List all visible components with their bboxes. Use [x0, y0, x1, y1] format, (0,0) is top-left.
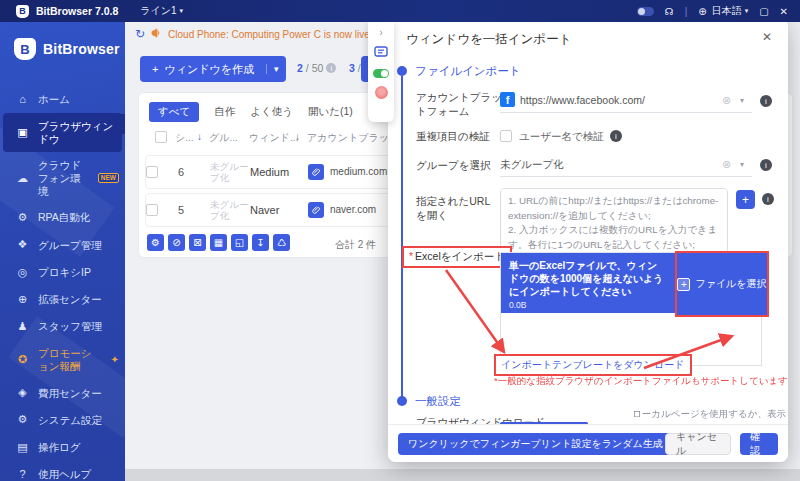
plus-icon: +: [152, 63, 158, 75]
chevron-down-icon: ▾: [180, 7, 184, 15]
excel-upload-area[interactable]: 単一のExcelファイルで、ウィンドウの数を1000個を超えないようにインポート…: [500, 252, 762, 366]
create-window-button[interactable]: +ウィンドウを作成 ▾: [140, 56, 286, 82]
log-icon: ▤: [16, 441, 29, 454]
sidebar-item-cost-center[interactable]: ◈費用センター: [0, 379, 125, 406]
random-fingerprint-button[interactable]: ワンクリックでフィンガープリント設定をランダム生成: [398, 433, 673, 455]
megaphone-icon: [151, 28, 162, 40]
sidebar-item-proxy-ip[interactable]: ◎プロキシIP: [0, 259, 125, 286]
timeline-line: [401, 76, 403, 402]
col-sequence: シ...: [175, 131, 194, 145]
sidebar-item-browser-windows[interactable]: ▣ブラウザウィンドウ: [3, 113, 122, 152]
help-icon: ?: [16, 468, 29, 481]
theme-toggle[interactable]: [637, 7, 654, 16]
extension-icon: ⊕: [16, 293, 29, 306]
tab-frequently-used[interactable]: よく使う: [250, 105, 293, 119]
sidebar-item-extension-center[interactable]: ⊕拡張センター: [0, 286, 125, 313]
cost-center-icon: ◈: [16, 386, 29, 399]
col-group: グル...: [209, 131, 238, 145]
tab-all[interactable]: すべて: [149, 102, 199, 122]
duplicate-check-label: 重複項目の検証: [416, 129, 504, 143]
refresh-icon[interactable]: ↻: [135, 27, 145, 41]
sidebar-item-staff-management[interactable]: ♟スタッフ管理: [0, 313, 125, 340]
bitbrowser-shield-icon: B: [14, 38, 36, 60]
delete-window-icon[interactable]: ♺: [273, 234, 290, 251]
info-icon[interactable]: i: [610, 130, 622, 142]
modal-close-icon[interactable]: ✕: [762, 30, 772, 44]
sidebar-item-rpa[interactable]: ⚙RPA自動化: [0, 204, 125, 231]
select-file-button-annotated[interactable]: +ファイルを選択: [675, 251, 769, 317]
proxy-icon: ◎: [16, 266, 29, 279]
bitbrowser-app: B BitBrowser 7.0.8 ライン1 ▾ ☊ | ⊕ 日本語 ▾ ▢ …: [0, 0, 800, 481]
sort-icon[interactable]: ↓: [295, 131, 300, 142]
clear-icon[interactable]: ⊗: [722, 94, 731, 107]
info-icon[interactable]: i: [326, 63, 336, 73]
platform-link-icon: [308, 202, 324, 218]
sidebar-item-system-settings[interactable]: ⚙システム設定: [0, 406, 125, 433]
modal-title: ウィンドウを一括インポート: [406, 31, 571, 48]
duplicate-window-icon[interactable]: ◱: [231, 234, 248, 251]
create-window-dropdown[interactable]: ▾: [266, 64, 286, 74]
clear-cache-icon[interactable]: ⊘: [168, 234, 185, 251]
required-mark: *: [409, 250, 413, 262]
titlebar: B BitBrowser 7.0.8 ライン1 ▾ ☊ | ⊕ 日本語 ▾ ▢ …: [0, 0, 800, 22]
tab-self-made[interactable]: 自作: [214, 105, 235, 119]
import-windows-modal: ウィンドウを一括インポート ✕ ファイルインポート 一般設定 アカウントプラット…: [388, 18, 788, 462]
sidebar-logo: B BitBrowser: [0, 22, 125, 60]
sidebar-item-home[interactable]: ⌂ホーム: [0, 86, 125, 113]
url-input[interactable]: [500, 188, 728, 256]
chat-icon[interactable]: [374, 46, 388, 61]
green-toggle[interactable]: [373, 69, 389, 78]
group-select-label: グループを選択: [416, 158, 504, 172]
section-general-settings: 一般設定: [415, 394, 461, 409]
timeline-dot: [397, 396, 407, 406]
platform-label: アカウントプラットフォーム: [416, 90, 504, 118]
sort-desc-icon[interactable]: ↓: [197, 131, 202, 142]
home-icon: ⌂: [16, 93, 29, 106]
support-headset-icon[interactable]: ☊: [665, 6, 674, 17]
select-all-checkbox[interactable]: [155, 131, 167, 143]
row-checkbox[interactable]: [146, 166, 158, 178]
username-verify-checkbox[interactable]: [500, 130, 512, 142]
collapse-chevron-icon[interactable]: ›: [379, 26, 383, 38]
download-template-link-annotated[interactable]: インポートテンプレートをダウンロード: [494, 354, 692, 376]
chevron-down-icon[interactable]: ▾: [740, 160, 744, 169]
info-icon[interactable]: i: [760, 159, 772, 171]
info-icon[interactable]: i: [762, 193, 774, 205]
app-title: BitBrowser 7.0.8: [36, 5, 118, 17]
info-icon[interactable]: i: [760, 95, 772, 107]
window-quota: 2 / 50 i: [297, 62, 336, 74]
close-window-button[interactable]: ✕: [780, 6, 788, 17]
sidebar-item-promotion-reward[interactable]: ✪プロモーション報酬✦: [0, 340, 125, 379]
chevron-down-icon[interactable]: ▾: [740, 96, 744, 105]
sidebar-item-group-management[interactable]: ❖グループ管理: [0, 231, 125, 258]
col-window-name: ウィンド...: [249, 131, 298, 145]
sidebar-item-operation-log[interactable]: ▤操作ログ: [0, 434, 125, 461]
group-icon: ❖: [16, 238, 29, 251]
sidebar-item-cloud-phone[interactable]: ☁クラウドフォン環境NEW: [0, 152, 125, 204]
add-url-button[interactable]: +: [736, 190, 755, 209]
export-window-icon[interactable]: ↧: [252, 234, 269, 251]
globe-icon: ⊕: [698, 6, 706, 17]
tab-opened[interactable]: 開いた(1): [308, 105, 353, 119]
settings-gear-icon: ⚙: [16, 413, 29, 426]
open-url-label: 指定されたURLを開く: [416, 194, 500, 222]
cookie-settings-icon[interactable]: ⚙: [147, 234, 164, 251]
confirm-button[interactable]: 確認: [740, 433, 778, 455]
sidebar-item-help[interactable]: ?使用ヘルプ: [0, 461, 125, 481]
maximize-button[interactable]: ▢: [759, 6, 768, 17]
close-window-icon[interactable]: ⊠: [189, 234, 206, 251]
row-checkbox[interactable]: [146, 204, 158, 216]
platform-value[interactable]: https://www.facebook.com/: [520, 94, 645, 106]
username-verify-label: ユーザー名で検証: [519, 130, 604, 144]
upload-hint-box: 単一のExcelファイルで、ウィンドウの数を1000個を超えないようにインポート…: [501, 253, 763, 313]
excel-import-label-annotated: *Excelをインポート: [402, 246, 512, 268]
total-count: 合計 2 件: [335, 238, 376, 252]
group-select-value[interactable]: 未グループ化: [500, 158, 564, 172]
cancel-button[interactable]: キャンセル: [665, 433, 731, 455]
clear-icon[interactable]: ⊗: [722, 158, 731, 171]
app-package-icon[interactable]: ▦: [210, 234, 227, 251]
record-icon[interactable]: [375, 86, 388, 99]
rpa-automation-icon: ⚙: [16, 211, 29, 224]
line-selector[interactable]: ライン1 ▾: [140, 4, 183, 18]
language-selector[interactable]: 日本語 ▾: [712, 4, 749, 18]
